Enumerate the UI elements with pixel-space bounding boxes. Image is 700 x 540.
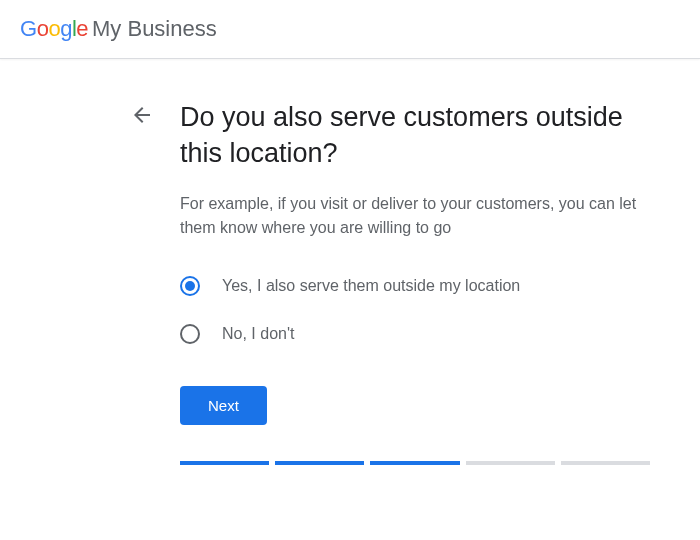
progress-segment — [180, 461, 269, 465]
radio-option-yes[interactable]: Yes, I also serve them outside my locati… — [180, 276, 650, 296]
progress-segment — [466, 461, 555, 465]
app-header: Google My Business — [0, 0, 700, 59]
radio-label: Yes, I also serve them outside my locati… — [222, 277, 520, 295]
main-content: Do you also serve customers outside this… — [0, 59, 700, 465]
page-title: Do you also serve customers outside this… — [180, 99, 650, 172]
page-description: For example, if you visit or deliver to … — [180, 192, 650, 240]
back-arrow-icon[interactable] — [130, 103, 154, 131]
radio-unchecked-icon — [180, 324, 200, 344]
progress-bar — [180, 461, 650, 465]
progress-segment — [275, 461, 364, 465]
progress-segment — [370, 461, 459, 465]
radio-checked-icon — [180, 276, 200, 296]
radio-group: Yes, I also serve them outside my locati… — [180, 276, 650, 344]
next-button[interactable]: Next — [180, 386, 267, 425]
radio-label: No, I don't — [222, 325, 294, 343]
radio-option-no[interactable]: No, I don't — [180, 324, 650, 344]
google-logo: Google — [20, 16, 88, 42]
product-name: My Business — [92, 16, 217, 42]
progress-segment — [561, 461, 650, 465]
